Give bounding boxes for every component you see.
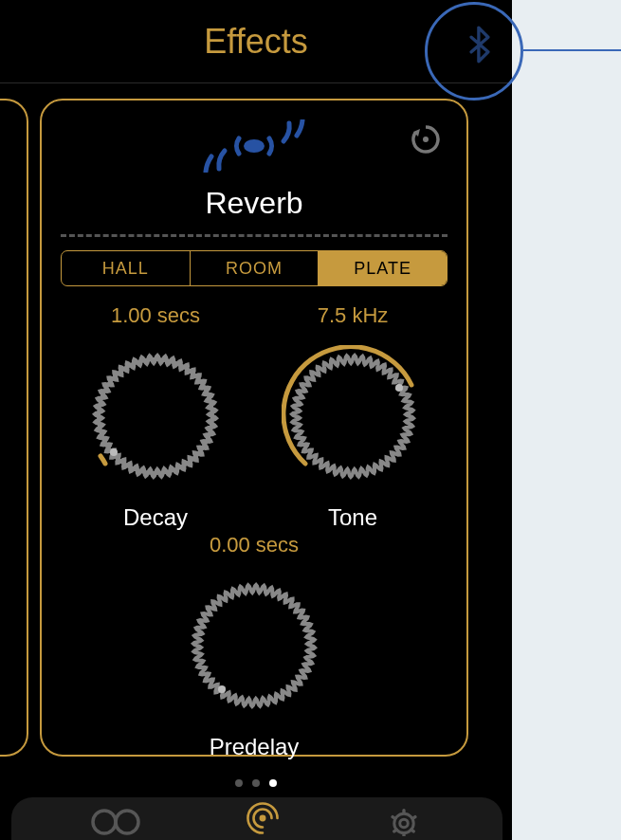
svg-point-6 [116,811,138,833]
svg-point-7 [260,815,266,822]
predelay-label: Predelay [57,734,451,760]
tone-knob[interactable] [282,345,424,491]
prev-effect-card-edge[interactable] [0,99,28,757]
callout-line [523,49,621,51]
page-dot-1[interactable] [235,779,243,787]
mode-plate[interactable]: PLATE [319,251,447,285]
predelay-knob[interactable] [183,575,325,721]
svg-point-5 [93,811,116,833]
svg-point-4 [218,685,226,693]
bluetooth-icon[interactable] [466,26,493,67]
predelay-value: 0.00 secs [57,533,451,557]
effect-title: Reverb [57,186,451,221]
page-indicator[interactable] [0,779,512,787]
tone-block: 7.5 kHz Tone [263,303,443,531]
decay-block: 1.00 secs Decay [65,303,246,531]
decay-knob[interactable] [84,345,227,491]
svg-point-0 [244,139,265,153]
svg-point-3 [395,384,403,392]
app-screen: Effects [0,0,512,840]
effects-carousel[interactable]: Reverb HALL ROOM PLATE 1.00 secs [0,83,512,772]
tab-effects-icon[interactable] [242,800,283,840]
predelay-block: 0.00 secs Predelay [57,533,451,760]
svg-point-2 [110,448,118,456]
decay-value: 1.00 secs [65,303,246,328]
gear-icon[interactable] [385,804,423,840]
divider [61,234,447,237]
svg-point-8 [400,819,409,828]
decay-label: Decay [65,504,246,531]
page-dot-3[interactable] [269,779,277,787]
svg-point-9 [394,813,413,832]
tab1-icon[interactable] [91,804,140,840]
knob-row-1: 1.00 secs Decay [57,303,451,531]
effect-card: Reverb HALL ROOM PLATE 1.00 secs [40,99,468,757]
page-dot-2[interactable] [252,779,260,787]
mode-hall[interactable]: HALL [62,251,191,285]
tone-value: 7.5 kHz [263,303,443,328]
svg-point-1 [423,137,429,142]
reset-icon[interactable] [410,123,442,159]
page-title: Effects [204,22,307,62]
tone-label: Tone [263,504,443,531]
header: Effects [0,0,512,83]
mode-room[interactable]: ROOM [191,251,320,285]
reverb-icon [57,119,451,173]
reverb-mode-selector: HALL ROOM PLATE [61,250,447,286]
bottom-tab-bar [11,797,502,840]
